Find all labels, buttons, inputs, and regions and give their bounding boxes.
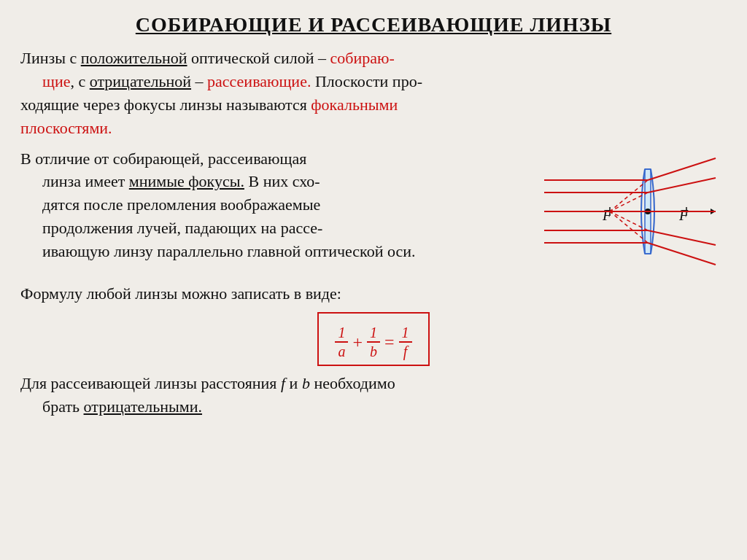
frac-numerator-3: 1 (399, 324, 412, 343)
frac-1-b: 1 b (367, 324, 380, 360)
last-line2a: брать (42, 397, 84, 416)
svg-text:F: F (678, 207, 689, 223)
para1-line4: плоскостями. (20, 119, 112, 137)
para2-indent2: дятся после преломления воображаемые (20, 193, 320, 217)
para1-focal: фокальными (311, 96, 398, 114)
para1-text-mid: оптической силой – (187, 49, 330, 67)
lens-diagram-container: F F (537, 147, 727, 275)
lens-diagram-svg: F F (537, 147, 723, 275)
para2-line5: ивающую линзу параллельно главной оптиче… (42, 242, 416, 260)
paragraph-2-section: В отличие от собирающей, рассеивающая ли… (20, 147, 727, 275)
main-content: Линзы с положительной оптической силой –… (20, 47, 727, 419)
last-line1b: необходимо (310, 374, 395, 392)
para1-rassei: рассеивающие. (207, 72, 311, 90)
plus-sign: + (352, 330, 363, 355)
para1-s-c: , с (70, 72, 89, 90)
para1-sobi2: щие (42, 72, 70, 90)
para1-planes: Плоскости про- (311, 72, 422, 90)
last-negative: отрицательными. (84, 397, 202, 416)
para1-line3: ходящие через фокусы линзы называются (20, 96, 311, 114)
last-line1a: Для рассеивающей линзы расстояния (20, 374, 281, 392)
equals-sign: = (384, 330, 395, 355)
para1-text-start: Линзы с (20, 49, 81, 67)
frac-denominator-f: f (400, 343, 411, 360)
last-indent: брать отрицательными. (20, 395, 202, 419)
para2-line4: продолжения лучей, падающих на рассе- (42, 219, 322, 237)
para1-positive: положительной (81, 49, 187, 67)
paragraph-2-text: В отличие от собирающей, рассеивающая ли… (20, 147, 530, 263)
para2-indent1: линза имеет мнимые фокусы. В них схо- (20, 170, 320, 193)
last-and: и (285, 374, 302, 392)
formula-fraction: 1 a + 1 b = 1 f (335, 324, 411, 360)
page-title: СОБИРАЮЩИЕ И РАССЕИВАЮЩИЕ ЛИНЗЫ (20, 13, 727, 36)
formula-section: Формулу любой линзы можно записать в вид… (20, 282, 727, 306)
frac-numerator-2: 1 (367, 324, 380, 343)
frac-denominator-a: a (335, 343, 348, 360)
paragraph-1: Линзы с положительной оптической силой –… (20, 47, 727, 140)
frac-numerator-1: 1 (335, 324, 348, 343)
para2-indent4: ивающую линзу параллельно главной оптиче… (20, 240, 416, 263)
para2-indent3: продолжения лучей, падающих на рассе- (20, 217, 322, 240)
last-paragraph: Для рассеивающей линзы расстояния f и b … (20, 372, 727, 419)
para1-sobi: собираю- (330, 49, 394, 67)
para1-indent: щие, с отрицательной – рассеивающие. Пло… (20, 70, 422, 93)
para1-negative: отрицательной (90, 72, 191, 90)
para2-foci: мнимые фокусы. (129, 172, 244, 190)
para2-line2a: линза имеет (42, 172, 129, 190)
para2-line2b: В них схо- (244, 172, 320, 190)
last-b: b (302, 374, 310, 392)
para2-line1: В отличие от собирающей, рассеивающая (20, 149, 306, 168)
frac-denominator-b: b (367, 343, 380, 360)
para1-dash: – (191, 72, 207, 90)
formula-intro: Формулу любой линзы можно записать в вид… (20, 284, 341, 303)
formula-display: 1 a + 1 b = 1 f (20, 312, 727, 366)
formula-box: 1 a + 1 b = 1 f (317, 312, 429, 366)
para2-line3: дятся после преломления воображаемые (42, 195, 320, 214)
svg-text:F: F (602, 207, 612, 223)
frac-1-f: 1 f (399, 324, 412, 360)
frac-1-a: 1 a (335, 324, 348, 360)
